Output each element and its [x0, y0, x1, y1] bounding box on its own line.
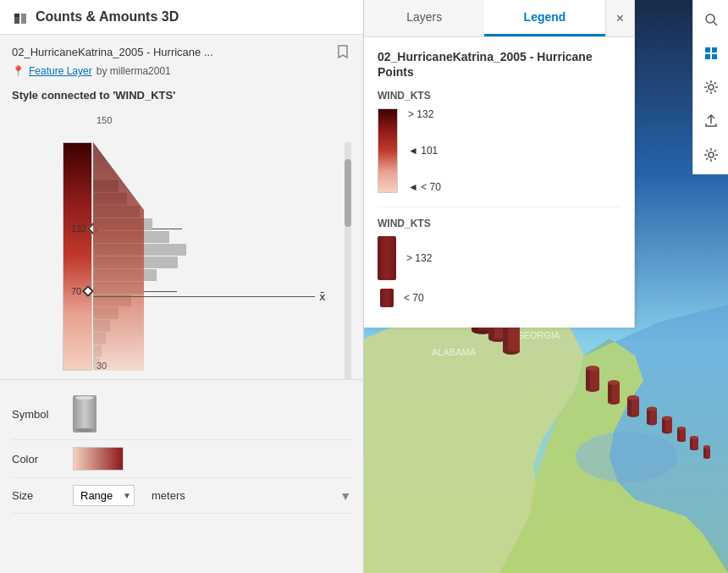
right-toolbar: [692, 0, 728, 174]
label-70: 70: [71, 286, 81, 296]
svg-rect-54: [677, 428, 680, 440]
tab-layers[interactable]: Layers: [364, 0, 484, 36]
legend-symbol-row-large: > 132: [378, 236, 620, 280]
panel-title: Counts & Amounts 3D: [36, 9, 179, 25]
mean-line-row: x̄: [93, 290, 326, 303]
layer-name: 02_HurricaneKatrina_2005 - Hurricane ...: [12, 46, 334, 58]
counts-3d-icon: [12, 8, 29, 25]
size-select-wrapper: Range Fixed ▼: [73, 485, 135, 506]
svg-rect-50: [662, 418, 665, 432]
chart-area: 150 132 70: [12, 108, 351, 379]
layer-header: 02_HurricaneKatrina_2005 - Hurricane ...: [0, 35, 363, 63]
svg-point-43: [627, 395, 639, 400]
legend-panel: Layers Legend × 02_HurricaneKatrina_2005…: [364, 0, 635, 328]
expand-arrow-icon[interactable]: ▼: [339, 489, 351, 503]
feature-layer-row: 📍 Feature Layer by millerma2001: [0, 63, 363, 84]
ramp-label-top: > 132: [408, 108, 441, 120]
svg-rect-42: [627, 398, 631, 415]
svg-point-47: [647, 407, 657, 411]
legend-cylinder-large: [378, 236, 396, 280]
legend-symbol-row-small: < 70: [378, 289, 620, 307]
mean-label: x̄: [319, 290, 326, 303]
right-side: ALABAMA GEORGIA: [364, 0, 728, 573]
legend-layer-title: 02_HurricaneKatrina_2005 - Hurricane Poi…: [378, 49, 620, 80]
svg-point-64: [706, 14, 714, 23]
svg-text:ALABAMA: ALABAMA: [432, 347, 477, 357]
layers-button[interactable]: [695, 37, 727, 69]
legend-symbol-label-large: > 132: [406, 252, 432, 264]
color-row: Color: [12, 440, 351, 478]
svg-point-39: [608, 380, 620, 385]
svg-rect-1: [21, 14, 26, 24]
panel-header: Counts & Amounts 3D: [0, 0, 363, 35]
search-icon: [704, 13, 718, 26]
svg-rect-68: [705, 54, 710, 59]
svg-rect-67: [712, 47, 717, 52]
left-panel: Counts & Amounts 3D 02_HurricaneKatrina_…: [0, 0, 364, 573]
symbol-row: Symbol: [12, 388, 351, 440]
pin-icon: 📍: [12, 65, 25, 77]
symbol-label: Symbol: [12, 408, 63, 421]
color-ramp-bar: [63, 142, 92, 371]
svg-point-51: [662, 416, 672, 421]
svg-marker-2: [14, 14, 19, 17]
svg-point-71: [709, 152, 714, 157]
layers-icon: [703, 46, 719, 61]
legend-cylinder-small: [380, 289, 394, 307]
svg-rect-38: [608, 383, 612, 402]
size-select[interactable]: Range Fixed: [73, 485, 135, 506]
search-button[interactable]: [695, 3, 727, 36]
feature-by: by millerma2001: [97, 65, 171, 77]
gradient-shape: [93, 142, 144, 371]
share-button[interactable]: [695, 105, 727, 137]
symbol-preview[interactable]: [73, 395, 97, 433]
svg-rect-66: [705, 47, 710, 52]
size-row: Size Range Fixed ▼ meters ▼: [12, 478, 351, 514]
ramp-label-bottom: ◄ < 70: [408, 181, 441, 193]
legend-symbol-label-small: < 70: [404, 292, 424, 304]
svg-point-70: [709, 85, 714, 90]
legend-divider: [378, 207, 620, 207]
size-label: Size: [12, 489, 63, 502]
tab-legend[interactable]: Legend: [484, 0, 604, 36]
chart-label-150: 150: [97, 115, 112, 125]
svg-point-35: [586, 366, 599, 371]
svg-point-59: [690, 436, 698, 439]
settings-button[interactable]: [695, 71, 727, 103]
svg-rect-46: [647, 409, 650, 423]
label-132: 132: [71, 223, 86, 234]
chart-label-30: 30: [97, 361, 107, 371]
wind-section2-title: WIND_KTS: [378, 218, 620, 229]
more-settings-button[interactable]: [695, 139, 727, 171]
svg-rect-0: [14, 17, 19, 24]
layer-info-button[interactable]: [334, 43, 351, 60]
svg-rect-58: [690, 438, 692, 449]
svg-point-55: [677, 427, 686, 430]
share-icon: [704, 114, 718, 128]
legend-color-ramp: [378, 108, 398, 193]
feature-layer-link[interactable]: Feature Layer: [29, 65, 92, 77]
color-ramp-container: > 132 ◄ 101 ◄ < 70: [378, 108, 620, 193]
bookmark-icon: [335, 44, 350, 59]
legend-content: 02_HurricaneKatrina_2005 - Hurricane Poi…: [364, 37, 634, 328]
svg-rect-34: [586, 368, 590, 389]
size-unit: meters: [152, 489, 185, 502]
properties-section: Symbol Color Size Range Fixed ▼ meters: [0, 379, 363, 522]
color-label: Color: [12, 453, 63, 466]
svg-line-65: [714, 22, 717, 25]
svg-point-63: [703, 445, 710, 449]
svg-marker-3: [93, 142, 144, 371]
legend-close-button[interactable]: ×: [605, 0, 634, 36]
ramp-label-mid: ◄ 101: [408, 145, 441, 157]
svg-rect-69: [712, 54, 717, 59]
color-preview[interactable]: [73, 447, 124, 471]
more-gear-icon: [703, 147, 719, 163]
style-label: Style connected to 'WIND_KTS': [0, 84, 363, 105]
wind-section1-title: WIND_KTS: [378, 90, 620, 102]
legend-tabs: Layers Legend ×: [364, 0, 634, 37]
scrollbar-thumb[interactable]: [345, 159, 351, 227]
scrollbar[interactable]: [345, 142, 351, 379]
gear-icon: [703, 80, 719, 95]
svg-text:GEORGIA: GEORGIA: [516, 330, 560, 340]
ramp-labels: > 132 ◄ 101 ◄ < 70: [408, 108, 441, 193]
